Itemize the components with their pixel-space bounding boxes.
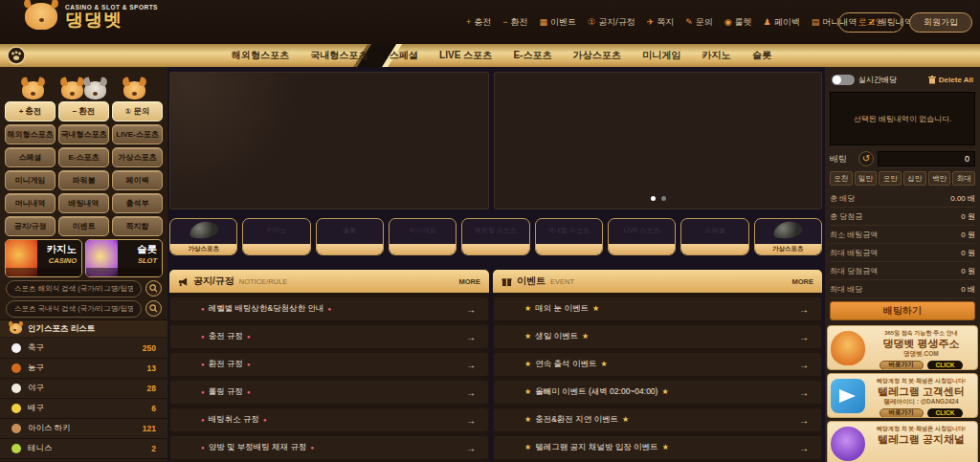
sport-row-volleyball[interactable]: 배구6 [0, 399, 167, 419]
sidebar-button-mini-game[interactable]: 미니게임 [5, 170, 56, 190]
card-live-sports[interactable]: LIVE 스포츠 [608, 218, 676, 255]
quick-amount-button[interactable]: 일만 [855, 171, 878, 186]
search-icon[interactable] [145, 300, 162, 317]
search-icon[interactable] [145, 280, 162, 297]
promo-telegram-channel[interactable]: 해당계정 외 봇·채널은 사칭입니다!텔레그램 공지채널 [827, 421, 978, 462]
nav-special[interactable]: 스페셜 [390, 49, 418, 62]
menu-event[interactable]: ▦이벤트 [540, 16, 577, 29]
event-item[interactable]: ★매의 눈 이벤트★→ [494, 297, 821, 320]
card-virtual-sports[interactable]: 가상스포츠 [754, 218, 822, 255]
sidebar-button-event[interactable]: 이벤트 [58, 216, 109, 236]
sidebar-button-withdraw[interactable]: −환전 [58, 101, 109, 121]
nav-overseas-sports[interactable]: 해외형스포츠 [232, 49, 289, 62]
notice-more-button[interactable]: MORE [459, 277, 481, 286]
sidebar-button-e-sports[interactable]: E-스포츠 [58, 147, 109, 167]
overseas-search-input[interactable] [6, 280, 142, 297]
nav-domestic-sports[interactable]: 국내형스포츠 [310, 49, 368, 62]
sidebar-button-payback[interactable]: 페이백 [112, 170, 163, 190]
banner-carousel-left[interactable] [169, 72, 489, 209]
menu-withdraw[interactable]: −환전 [502, 16, 527, 29]
go-button[interactable]: 바로가기 [880, 408, 924, 418]
card-special[interactable]: 스페셜 [680, 218, 748, 255]
live-odds-toggle[interactable] [832, 75, 855, 85]
quick-amount-button[interactable]: 최대 [952, 171, 975, 186]
sport-row-soccer[interactable]: 축구250 [0, 339, 167, 359]
nav-live-sports[interactable]: LIVE 스포츠 [439, 49, 492, 62]
menu-deposit[interactable]: +충전 [466, 16, 491, 29]
category-cards-row: 가상스포츠카지노슬롯미니게임해외형 스포츠국내형 스포츠LIVE 스포츠스페셜가… [169, 218, 822, 255]
nav-slot[interactable]: 슬롯 [752, 49, 771, 62]
notice-item[interactable]: ●배팅취소 규정●→ [170, 408, 488, 431]
event-more-button[interactable]: MORE [792, 277, 814, 286]
event-item[interactable]: ★충전&환전 지연 이벤트★→ [494, 408, 821, 431]
event-item[interactable]: ★연속 출석 이벤트★→ [494, 353, 821, 376]
nav-e-sports[interactable]: E-스포츠 [513, 49, 551, 62]
carousel-dot-active[interactable] [651, 196, 656, 201]
reset-icon[interactable]: ↺ [858, 151, 874, 166]
sidebar-button-bet-history[interactable]: 배팅내역 [58, 193, 109, 213]
menu-inquiry[interactable]: ✎문의 [685, 16, 713, 29]
quick-amount-button[interactable]: 오천 [830, 171, 853, 186]
promo-telegram-support[interactable]: 해당계정 외 봇·채널은 사칭입니다!텔레그램 고객센터텔레아이디 : @DAN… [827, 373, 978, 418]
card-slot[interactable]: 슬롯 [316, 218, 384, 255]
sidebar-button-notice-rule[interactable]: 공지/규정 [5, 216, 56, 236]
sidebar-button-domestic-sports[interactable]: 국내형스포츠 [58, 124, 109, 144]
nav-mini-game[interactable]: 미니게임 [642, 49, 680, 62]
promo-site-address[interactable]: 365일 접속 가능한 주소 안내댕댕벳 평생주소댕댕벳.COM바로가기CLIC… [827, 325, 978, 370]
place-bet-button[interactable]: 배팅하기 [830, 301, 975, 320]
card-domestic-sports[interactable]: 국내형 스포츠 [535, 218, 603, 255]
quick-amount-button[interactable]: 오만 [879, 171, 902, 186]
quick-amount-button[interactable]: 백만 [928, 171, 951, 186]
nav-casino[interactable]: 카지노 [702, 49, 731, 62]
go-button[interactable]: 바로가기 [880, 361, 924, 370]
logo[interactable]: CASINO & SLOT & SPORTS 댕댕벳 [25, 3, 158, 30]
carousel-dot[interactable] [661, 196, 666, 201]
sidebar-button-inquiry[interactable]: ①문의 [112, 101, 163, 121]
inquiry-icon: ① [125, 107, 132, 116]
sidebar-button-powerball[interactable]: 파워볼 [58, 170, 109, 190]
event-item[interactable]: ★생일 이벤트★→ [494, 325, 821, 348]
click-button[interactable]: CLICK [927, 361, 964, 370]
signup-button[interactable]: 회원가입 [909, 12, 972, 33]
domestic-search-input[interactable] [6, 300, 142, 318]
sidebar-button-money-history[interactable]: 머니내역 [5, 193, 56, 213]
bet-amount-input[interactable] [878, 151, 975, 166]
casino-banner[interactable]: 카지노 CASINO [5, 239, 82, 277]
bet-info-label: 최소 배팅금액 [830, 230, 878, 240]
notice-item[interactable]: ●충전 규정●→ [170, 325, 488, 348]
card-overseas-sports[interactable]: 해외형 스포츠 [461, 218, 529, 255]
promo-banners: 365일 접속 가능한 주소 안내댕댕벳 평생주소댕댕벳.COM바로가기CLIC… [827, 325, 978, 462]
sidebar-button-message-box[interactable]: 쪽지함 [112, 216, 163, 236]
nav-virtual-sports[interactable]: 가상스포츠 [573, 49, 621, 62]
slot-banner[interactable]: 슬롯 SLOT [85, 239, 163, 277]
card-mini-game[interactable]: 미니게임 [389, 218, 457, 255]
notice-item[interactable]: ●레벨별 배팅상한&당첨상한 안내●→ [170, 297, 488, 320]
sport-row-ice-hockey[interactable]: 아이스 하키121 [0, 419, 167, 439]
notice-item[interactable]: ●환전 규정●→ [170, 353, 488, 376]
quick-amount-button[interactable]: 십만 [903, 171, 926, 186]
click-button[interactable]: CLICK [927, 408, 964, 418]
bet-info-value: 0 원 [961, 230, 975, 240]
sidebar-button-live-sports[interactable]: LIVE-스포츠 [112, 124, 163, 144]
sidebar-button-special[interactable]: 스페셜 [5, 147, 56, 167]
sidebar-button-virtual-sports[interactable]: 가상스포츠 [112, 147, 163, 167]
event-item[interactable]: ★올빼미 이벤트 (새벽 02:00~04:00)★→ [494, 381, 821, 404]
sidebar-button-attendance[interactable]: 출석부 [112, 193, 163, 213]
event-item[interactable]: ★텔레그램 공지 채널방 입장 이벤트★→ [494, 436, 821, 459]
card-casino[interactable]: 카지노 [242, 218, 310, 255]
banner-carousel-right[interactable] [494, 72, 822, 209]
card-virtual-sports[interactable]: 가상스포츠 [169, 218, 237, 255]
sport-row-tennis[interactable]: 테니스2 [0, 439, 167, 459]
sidebar-button-overseas-sports[interactable]: 해외형스포츠 [5, 124, 56, 144]
notice-item[interactable]: ●롤링 규정●→ [170, 381, 488, 404]
sport-row-baseball[interactable]: 야구28 [0, 379, 167, 399]
delete-all-button[interactable]: Delete All [928, 76, 973, 84]
menu-notice[interactable]: ①공지/규정 [588, 16, 635, 29]
notice-item[interactable]: ●양방 및 부정배팅 제재 규정●→ [170, 436, 488, 459]
sport-row-basketball[interactable]: 농구13 [0, 359, 167, 379]
menu-roulette[interactable]: ◉룰렛 [724, 16, 752, 29]
menu-message[interactable]: ✈쪽지 [647, 16, 675, 29]
sidebar-button-deposit[interactable]: +충전 [5, 101, 56, 121]
login-button[interactable]: 로그인 [838, 12, 903, 33]
menu-payback[interactable]: ♟페이백 [764, 16, 800, 29]
